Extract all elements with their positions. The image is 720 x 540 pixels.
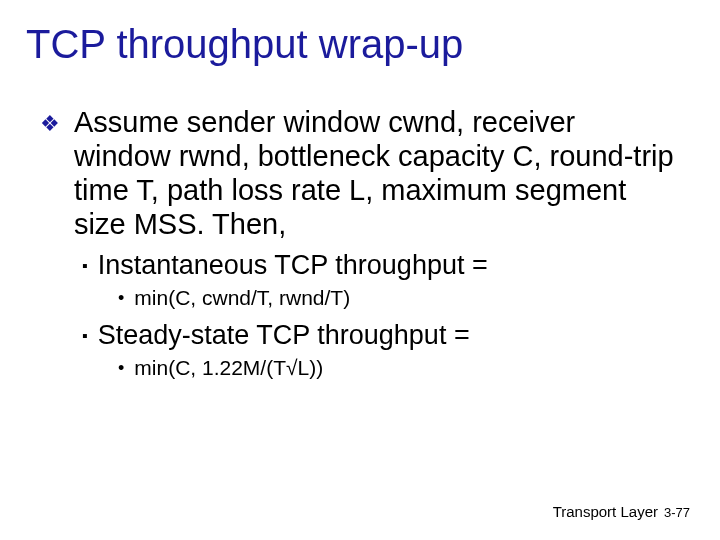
bullet-level2-steadystate: ▪ Steady-state TCP throughput =: [82, 319, 680, 351]
slide: TCP throughput wrap-up ❖ Assume sender w…: [0, 0, 720, 540]
slide-title: TCP throughput wrap-up: [26, 22, 463, 66]
slide-footer: Transport Layer 3-77: [553, 503, 690, 520]
steadystate-throughput-formula: min(C, 1.22M/(T√L)): [134, 355, 323, 381]
square-bullet-icon: ▪: [82, 319, 88, 351]
instantaneous-throughput-label: Instantaneous TCP throughput =: [98, 249, 488, 281]
slide-body: ❖ Assume sender window cwnd, receiver wi…: [40, 105, 680, 389]
bullet-level2-instantaneous: ▪ Instantaneous TCP throughput =: [82, 249, 680, 281]
bullet-level3-steadystate-formula: • min(C, 1.22M/(T√L)): [118, 355, 680, 381]
instantaneous-throughput-formula: min(C, cwnd/T, rwnd/T): [134, 285, 350, 311]
bullet-level1: ❖ Assume sender window cwnd, receiver wi…: [40, 105, 680, 241]
footer-page-number: 3-77: [664, 505, 690, 520]
footer-chapter-label: Transport Layer: [553, 503, 658, 520]
square-bullet-icon: ▪: [82, 249, 88, 281]
diamond-bullet-icon: ❖: [40, 105, 60, 141]
dot-bullet-icon: •: [118, 285, 124, 311]
paragraph-assumptions: Assume sender window cwnd, receiver wind…: [74, 105, 680, 241]
steadystate-throughput-label: Steady-state TCP throughput =: [98, 319, 470, 351]
dot-bullet-icon: •: [118, 355, 124, 381]
bullet-level3-instantaneous-formula: • min(C, cwnd/T, rwnd/T): [118, 285, 680, 311]
